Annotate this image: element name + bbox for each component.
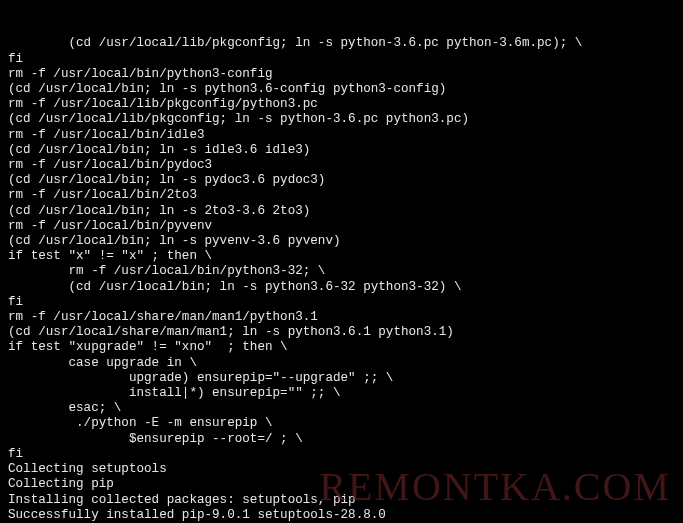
terminal-line: Collecting setuptools: [8, 462, 675, 477]
terminal-line: (cd /usr/local/bin; ln -s 2to3-3.6 2to3): [8, 204, 675, 219]
terminal-line: if test "xupgrade" != "xno" ; then \: [8, 340, 675, 355]
terminal-line: $ensurepip --root=/ ; \: [8, 432, 675, 447]
terminal-line: case upgrade in \: [8, 356, 675, 371]
terminal-line: if test "x" != "x" ; then \: [8, 249, 675, 264]
terminal-line: (cd /usr/local/lib/pkgconfig; ln -s pyth…: [8, 36, 675, 51]
terminal-line: rm -f /usr/local/bin/pydoc3: [8, 158, 675, 173]
terminal-line: (cd /usr/local/bin; ln -s idle3.6 idle3): [8, 143, 675, 158]
terminal-line: Collecting pip: [8, 477, 675, 492]
terminal-output: (cd /usr/local/lib/pkgconfig; ln -s pyth…: [8, 36, 675, 523]
terminal-line: rm -f /usr/local/bin/python3-config: [8, 67, 675, 82]
terminal-window[interactable]: (cd /usr/local/lib/pkgconfig; ln -s pyth…: [0, 0, 683, 523]
terminal-line: rm -f /usr/local/bin/pyvenv: [8, 219, 675, 234]
terminal-line: Installing collected packages: setuptool…: [8, 493, 675, 508]
terminal-line: rm -f /usr/local/lib/pkgconfig/python3.p…: [8, 97, 675, 112]
terminal-line: fi: [8, 52, 675, 67]
terminal-line: Successfully installed pip-9.0.1 setupto…: [8, 508, 675, 523]
terminal-line: (cd /usr/local/share/man/man1; ln -s pyt…: [8, 325, 675, 340]
terminal-line: (cd /usr/local/bin; ln -s pydoc3.6 pydoc…: [8, 173, 675, 188]
terminal-line: rm -f /usr/local/bin/python3-32; \: [8, 264, 675, 279]
terminal-line: fi: [8, 447, 675, 462]
terminal-line: (cd /usr/local/bin; ln -s python3.6-32 p…: [8, 280, 675, 295]
terminal-line: (cd /usr/local/bin; ln -s pyvenv-3.6 pyv…: [8, 234, 675, 249]
terminal-line: rm -f /usr/local/share/man/man1/python3.…: [8, 310, 675, 325]
terminal-line: rm -f /usr/local/bin/idle3: [8, 128, 675, 143]
terminal-line: fi: [8, 295, 675, 310]
terminal-line: (cd /usr/local/bin; ln -s python3.6-conf…: [8, 82, 675, 97]
terminal-line: install|*) ensurepip="" ;; \: [8, 386, 675, 401]
terminal-line: rm -f /usr/local/bin/2to3: [8, 188, 675, 203]
terminal-line: esac; \: [8, 401, 675, 416]
terminal-line: ./python -E -m ensurepip \: [8, 416, 675, 431]
terminal-line: upgrade) ensurepip="--upgrade" ;; \: [8, 371, 675, 386]
terminal-line: (cd /usr/local/lib/pkgconfig; ln -s pyth…: [8, 112, 675, 127]
